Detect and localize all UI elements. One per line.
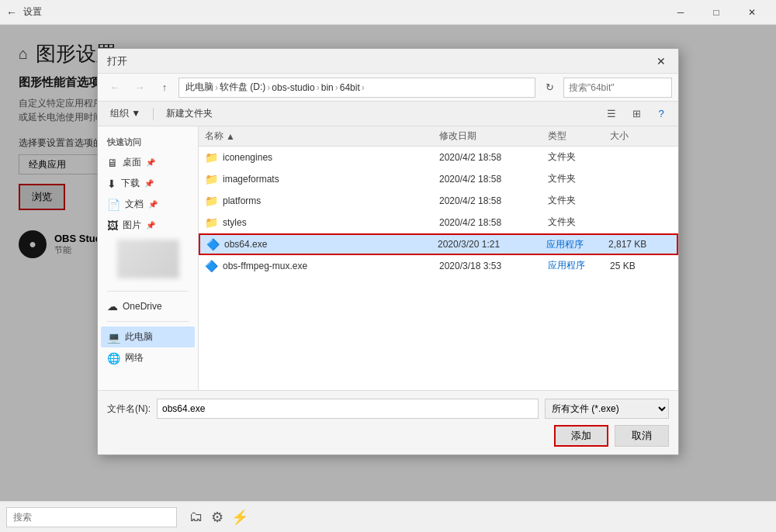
file-name-cell: 🔷 obs-ffmpeg-mux.exe bbox=[205, 260, 439, 272]
file-list-area: 名称 ▲ 修改日期 类型 大小 📁 icone bbox=[199, 126, 678, 390]
file-name-cell: 🔷 obs64.exe bbox=[206, 238, 438, 250]
search-input[interactable] bbox=[569, 82, 667, 93]
taskbar-icon-settings[interactable]: ⚙ bbox=[211, 509, 223, 526]
sidebar-item-thispc[interactable]: 💻 此电脑 bbox=[101, 326, 195, 347]
file-date: 2020/4/2 18:58 bbox=[439, 195, 548, 206]
folder-icon: 📁 bbox=[205, 151, 218, 164]
sidebar-divider1 bbox=[107, 291, 189, 292]
filetype-select[interactable]: 所有文件 (*.exe) bbox=[545, 399, 669, 419]
blurred-placeholder bbox=[101, 240, 195, 286]
pin-icon: 📌 bbox=[146, 158, 155, 167]
maximize-button[interactable]: □ bbox=[698, 0, 734, 25]
dialog-close-button[interactable]: ✕ bbox=[653, 54, 669, 69]
sidebar-thispc-label: 此电脑 bbox=[125, 330, 153, 344]
file-dialog: 打开 ✕ ← → ↑ 此电脑 › 软件盘 (D:) › obs-studio ›… bbox=[97, 48, 679, 455]
add-button[interactable]: 添加 bbox=[554, 425, 608, 447]
sidebar-item-quick-access: 快速访问 bbox=[101, 133, 195, 152]
dialog-sidebar: 快速访问 🖥 桌面 📌 ⬇ 下载 📌 📄 文档 📌 bbox=[98, 126, 199, 390]
view-help-button[interactable]: ? bbox=[650, 104, 672, 124]
sidebar-item-desktop[interactable]: 🖥 桌面 📌 bbox=[101, 152, 195, 173]
pin-icon3: 📌 bbox=[148, 200, 158, 209]
table-row[interactable]: 📁 platforms 2020/4/2 18:58 文件夹 bbox=[199, 190, 678, 212]
file-type: 文件夹 bbox=[548, 194, 610, 207]
sidebar-item-documents[interactable]: 📄 文档 📌 bbox=[101, 194, 195, 215]
file-type: 应用程序 bbox=[548, 259, 610, 272]
dialog-bottom: 文件名(N): 所有文件 (*.exe) 添加 取消 bbox=[98, 390, 678, 454]
onedrive-icon: ☁ bbox=[107, 300, 118, 313]
breadcrumb-pc: 此电脑 bbox=[185, 81, 213, 94]
folder-icon: 📁 bbox=[205, 173, 218, 185]
sidebar-item-onedrive[interactable]: ☁ OneDrive bbox=[101, 296, 195, 316]
table-row[interactable]: 📁 iconengines 2020/4/2 18:58 文件夹 bbox=[199, 147, 678, 168]
title-bar-left: ← 设置 bbox=[6, 5, 42, 19]
file-name: obs64.exe bbox=[224, 239, 267, 250]
file-name-cell: 📁 platforms bbox=[205, 195, 439, 207]
title-bar-controls: ─ □ ✕ bbox=[663, 0, 770, 25]
exe-icon: 🔷 bbox=[206, 238, 220, 250]
quick-access-label: 快速访问 bbox=[107, 136, 141, 148]
file-name-cell: 📁 imageformats bbox=[205, 173, 439, 185]
taskbar: 🗂 ⚙ ⚡ bbox=[0, 501, 776, 532]
close-button[interactable]: ✕ bbox=[734, 0, 770, 25]
table-row[interactable]: 📁 styles 2020/4/2 18:58 文件夹 bbox=[199, 212, 678, 233]
cancel-button[interactable]: 取消 bbox=[615, 425, 669, 447]
file-size: 25 KB bbox=[610, 261, 672, 271]
folder-icon: 📁 bbox=[205, 216, 218, 229]
sidebar-network-label: 网络 bbox=[125, 351, 144, 364]
settings-window-title: 设置 bbox=[23, 5, 42, 19]
file-name: iconengines bbox=[223, 152, 272, 163]
dialog-title-bar: 打开 ✕ bbox=[98, 49, 678, 74]
dialog-toolbar: 组织 ▼ 新建文件夹 ☰ ⊞ ? bbox=[98, 102, 678, 126]
nav-back-button[interactable]: ← bbox=[104, 78, 126, 98]
filename-input[interactable] bbox=[157, 399, 539, 419]
view-controls: ☰ ⊞ ? bbox=[601, 104, 672, 124]
nav-up-button[interactable]: ↑ bbox=[154, 78, 175, 98]
breadcrumb-drive: 软件盘 (D:) bbox=[220, 81, 265, 94]
col-name: 名称 ▲ bbox=[205, 130, 439, 143]
minimize-button[interactable]: ─ bbox=[663, 0, 698, 25]
organize-button[interactable]: 组织 ▼ bbox=[104, 105, 147, 122]
back-arrow-icon[interactable]: ← bbox=[6, 6, 17, 19]
nav-forward-button[interactable]: → bbox=[129, 78, 151, 98]
view-details-button[interactable]: ⊞ bbox=[625, 104, 647, 124]
breadcrumb-bin: bin bbox=[321, 82, 334, 93]
sidebar-onedrive-label: OneDrive bbox=[123, 301, 162, 312]
sidebar-item-downloads[interactable]: ⬇ 下载 📌 bbox=[101, 173, 195, 194]
file-type: 文件夹 bbox=[548, 172, 610, 185]
file-name: styles bbox=[223, 217, 247, 228]
network-icon: 🌐 bbox=[107, 352, 120, 364]
new-folder-button[interactable]: 新建文件夹 bbox=[160, 105, 219, 122]
refresh-button[interactable]: ↻ bbox=[539, 78, 560, 98]
filename-row: 文件名(N): 所有文件 (*.exe) bbox=[107, 399, 669, 419]
taskbar-icon-power[interactable]: ⚡ bbox=[231, 509, 248, 526]
dialog-title: 打开 bbox=[107, 54, 653, 68]
sidebar-item-pictures[interactable]: 🖼 图片 📌 bbox=[101, 215, 195, 236]
sidebar-item-network[interactable]: 🌐 网络 bbox=[101, 347, 195, 368]
col-type: 类型 bbox=[548, 130, 610, 143]
address-bar: ← → ↑ 此电脑 › 软件盘 (D:) › obs-studio › bin … bbox=[98, 74, 678, 102]
file-type: 文件夹 bbox=[548, 150, 610, 164]
breadcrumb[interactable]: 此电脑 › 软件盘 (D:) › obs-studio › bin › 64bi… bbox=[178, 78, 535, 98]
documents-icon: 📄 bbox=[107, 199, 120, 211]
file-rows-container: 📁 iconengines 2020/4/2 18:58 文件夹 📁 image… bbox=[199, 147, 678, 277]
exe-icon: 🔷 bbox=[205, 260, 218, 272]
toolbar-separator bbox=[153, 108, 154, 120]
sidebar-desktop-label: 桌面 bbox=[123, 156, 141, 169]
breadcrumb-obs: obs-studio bbox=[272, 82, 314, 93]
taskbar-icon-folder[interactable]: 🗂 bbox=[189, 509, 203, 526]
file-type: 应用程序 bbox=[546, 238, 608, 251]
search-box[interactable] bbox=[563, 78, 672, 98]
table-row[interactable]: 🔷 obs64.exe 2020/3/20 1:21 应用程序 2,817 KB bbox=[199, 233, 678, 255]
breadcrumb-64bit: 64bit bbox=[340, 82, 360, 93]
sidebar-divider2 bbox=[107, 321, 189, 322]
file-date: 2020/4/2 18:58 bbox=[439, 217, 548, 228]
table-row[interactable]: 🔷 obs-ffmpeg-mux.exe 2020/3/18 3:53 应用程序… bbox=[199, 255, 678, 277]
file-name: obs-ffmpeg-mux.exe bbox=[223, 261, 307, 271]
taskbar-search-input[interactable] bbox=[6, 507, 177, 527]
view-list-button[interactable]: ☰ bbox=[601, 104, 622, 124]
folder-icon: 📁 bbox=[205, 195, 218, 207]
file-type: 文件夹 bbox=[548, 216, 610, 229]
title-bar: ← 设置 ─ □ ✕ bbox=[0, 0, 776, 25]
pin-icon4: 📌 bbox=[146, 221, 155, 230]
table-row[interactable]: 📁 imageformats 2020/4/2 18:58 文件夹 bbox=[199, 168, 678, 190]
